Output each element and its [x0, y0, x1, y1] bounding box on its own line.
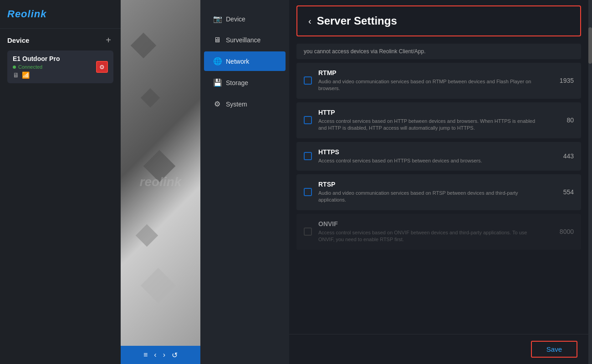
- page-title: Server Settings: [317, 15, 397, 27]
- sidebar-item-storage-label: Storage: [226, 79, 248, 86]
- sidebar-item-storage[interactable]: 💾 Storage: [204, 73, 286, 92]
- sidebar-item-system[interactable]: ⚙ System: [204, 94, 286, 114]
- device-section: Device + E1 Outdoor Pro Connected 🖥 📶 ⚙: [0, 29, 121, 90]
- device-bottom-icons: 🖥 📶: [13, 71, 96, 79]
- rtmp-name: RTMP: [318, 69, 540, 76]
- sidebar-item-surveillance-label: Surveillance: [226, 36, 260, 44]
- sidebar-item-system-label: System: [226, 101, 247, 108]
- https-desc: Access control services based on HTTPS b…: [318, 157, 540, 164]
- footer: Save: [289, 334, 588, 364]
- camera-feed-inner: reolink: [121, 0, 200, 364]
- device-status-text: Connected: [18, 64, 42, 70]
- https-checkbox[interactable]: [304, 152, 312, 160]
- setting-row-http: HTTP Access control services based on HT…: [296, 102, 581, 138]
- next-icon[interactable]: ›: [163, 351, 165, 359]
- sidebar-item-network-label: Network: [226, 58, 249, 65]
- camera-watermark: reolink: [140, 175, 182, 189]
- http-value: 80: [546, 116, 574, 124]
- network-nav-icon: 🌐: [213, 57, 221, 66]
- status-dot: [13, 66, 16, 69]
- sidebar-item-surveillance[interactable]: 🖥 Surveillance: [204, 30, 286, 50]
- add-device-button[interactable]: +: [103, 35, 113, 45]
- rtmp-value: 1935: [546, 77, 574, 84]
- onvif-value: 8000: [546, 228, 574, 235]
- onvif-name: ONVIF: [318, 220, 540, 228]
- rtmp-checkbox[interactable]: [304, 76, 312, 85]
- refresh-icon[interactable]: ↺: [172, 351, 178, 359]
- rtsp-value: 554: [546, 188, 574, 196]
- content-area: you cannot access devices via Reolink Cl…: [289, 40, 588, 334]
- diamond-shape: [141, 88, 160, 107]
- camera-toolbar: ≡ ‹ › ↺: [121, 346, 200, 364]
- diamond-shape: [136, 224, 158, 247]
- wifi-icon: 📶: [22, 71, 30, 79]
- http-desc: Access control services based on HTTP be…: [318, 118, 540, 132]
- nav-menu: 📷 Device 🖥 Surveillance 🌐 Network 💾 Stor…: [200, 0, 289, 364]
- prev-icon[interactable]: ‹: [154, 351, 156, 359]
- scrollbar-thumb[interactable]: [588, 27, 592, 64]
- device-card: E1 Outdoor Pro Connected 🖥 📶 ⚙: [7, 51, 113, 83]
- https-info: HTTPS Access control services based on H…: [318, 148, 540, 164]
- rtsp-checkbox[interactable]: [304, 188, 312, 196]
- sidebar-item-device-label: Device: [226, 15, 245, 23]
- top-notice: you cannot access devices via Reolink Cl…: [296, 44, 581, 59]
- rtsp-name: RTSP: [318, 181, 540, 188]
- rtsp-desc: Audio and video communication services b…: [318, 190, 540, 204]
- rtmp-desc: Audio and video communication services b…: [318, 78, 540, 92]
- device-section-title: Device: [7, 36, 29, 44]
- logo: Reolink: [7, 8, 113, 20]
- diamond-shape: [141, 268, 176, 303]
- device-settings-button[interactable]: ⚙: [96, 61, 108, 73]
- scrollbar-track[interactable]: [588, 0, 592, 364]
- save-button[interactable]: Save: [531, 341, 577, 358]
- storage-nav-icon: 💾: [213, 78, 221, 87]
- https-name: HTTPS: [318, 148, 540, 156]
- onvif-info: ONVIF Access control services based on O…: [318, 220, 540, 243]
- menu-icon[interactable]: ≡: [143, 351, 148, 359]
- sidebar-header: Reolink: [0, 0, 121, 29]
- onvif-desc: Access control services based on ONVIF b…: [318, 229, 540, 243]
- http-checkbox[interactable]: [304, 116, 312, 124]
- https-value: 443: [546, 152, 574, 160]
- diamond-shape: [131, 33, 157, 59]
- http-name: HTTP: [318, 109, 540, 116]
- camera-feed: reolink ≡ ‹ › ↺: [121, 0, 200, 364]
- surveillance-nav-icon: 🖥: [213, 36, 221, 44]
- device-name: E1 Outdoor Pro: [13, 55, 96, 62]
- main-header: ‹ Server Settings: [296, 5, 581, 36]
- device-info: E1 Outdoor Pro Connected 🖥 📶: [13, 55, 96, 79]
- setting-row-https: HTTPS Access control services based on H…: [296, 142, 581, 171]
- device-status-row: Connected: [13, 64, 96, 70]
- back-button[interactable]: ‹: [308, 16, 311, 26]
- rtmp-info: RTMP Audio and video communication servi…: [318, 69, 540, 92]
- camera-icon: 🖥: [13, 71, 19, 79]
- sidebar-item-device[interactable]: 📷 Device: [204, 9, 286, 29]
- onvif-checkbox[interactable]: [304, 228, 312, 236]
- rtsp-info: RTSP Audio and video communication servi…: [318, 181, 540, 204]
- http-info: HTTP Access control services based on HT…: [318, 109, 540, 132]
- device-title-row: Device +: [7, 35, 113, 45]
- camera-nav-icon: 📷: [213, 15, 221, 23]
- setting-row-rtsp: RTSP Audio and video communication servi…: [296, 174, 581, 210]
- setting-row-rtmp: RTMP Audio and video communication servi…: [296, 63, 581, 99]
- sidebar-item-network[interactable]: 🌐 Network: [204, 51, 286, 71]
- main-content: ‹ Server Settings you cannot access devi…: [289, 0, 588, 364]
- sidebar: Reolink Device + E1 Outdoor Pro Connecte…: [0, 0, 121, 364]
- system-nav-icon: ⚙: [213, 100, 221, 108]
- setting-row-onvif: ONVIF Access control services based on O…: [296, 214, 581, 250]
